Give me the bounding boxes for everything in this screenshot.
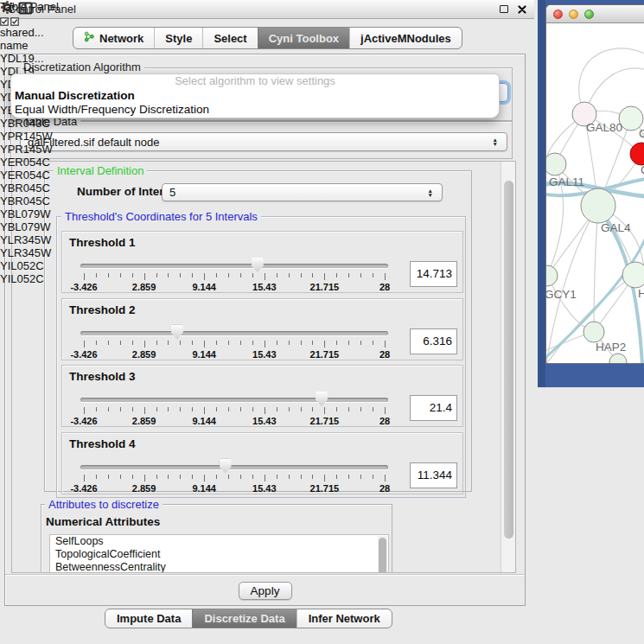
slider-tick-label: -3.426 [70, 416, 97, 426]
cell-name[interactable]: YLR345W [0, 246, 53, 259]
threshold-slider[interactable]: -3.4262.8599.14415.4321.71528 [80, 232, 388, 294]
tab-style[interactable]: Style [154, 28, 202, 48]
slider-track[interactable] [80, 398, 388, 402]
float-window-icon[interactable] [500, 5, 508, 13]
application-window: Control Panel NetworkStyleSelectCyni Too… [0, 0, 644, 644]
tab-discretize-data[interactable]: Discretize Data [192, 609, 296, 628]
tab-infer-network[interactable]: Infer Network [296, 609, 392, 628]
table-row[interactable]: YIL052CYIL052C [0, 259, 53, 285]
slider-tick [373, 475, 373, 479]
cell-shared-name[interactable]: YBL079W [0, 207, 53, 220]
cell-shared-name[interactable]: YIL052C [0, 259, 53, 272]
slider-tick [265, 341, 265, 348]
threshold-value-field[interactable]: 11.344 [410, 462, 457, 488]
tab-select[interactable]: Select [202, 28, 257, 48]
slider-thumb[interactable] [252, 258, 264, 272]
num-intervals-combobox[interactable]: 5 ▲▼ [162, 183, 443, 201]
tab-label: Impute Data [117, 612, 181, 625]
slider-track[interactable] [80, 331, 388, 335]
table-row[interactable]: YBL079WYBL079W [0, 207, 53, 233]
table-row[interactable]: YPR145WYPR145W [0, 130, 53, 156]
node-table: shared... name YDL19...YDL19YDR27...YDR2… [0, 26, 53, 285]
cell-name[interactable]: YER054C [0, 169, 53, 182]
network-node[interactable] [546, 265, 558, 286]
tab-network[interactable]: Network [73, 28, 154, 48]
numerical-attributes-list[interactable]: SelfLoopsTopologicalCoefficientBetweenne… [49, 534, 389, 572]
columns-icon[interactable] [18, 4, 33, 17]
attribute-list-item[interactable]: TopologicalCoefficient [50, 548, 388, 561]
close-traffic-light-icon[interactable] [553, 10, 563, 19]
attributes-scrollbar-thumb[interactable] [379, 538, 386, 572]
table-row[interactable]: YLR345WYLR345W [0, 233, 53, 259]
network-canvas[interactable]: GAL80G.CGAL11GAL4GCY1HHAP2 [546, 23, 644, 364]
slider-tick [385, 341, 386, 348]
network-node[interactable] [583, 322, 604, 342]
cell-name[interactable]: YBR043C [0, 117, 53, 130]
slider-tick [132, 273, 133, 277]
slider-thumb[interactable] [220, 459, 232, 474]
slider-tick-label: 21.715 [310, 483, 340, 494]
slider-tick [120, 341, 121, 345]
threshold-value-field[interactable]: 21.4 [410, 395, 457, 421]
cell-name[interactable]: YBL079W [0, 220, 53, 233]
threshold-slider[interactable]: -3.4262.8599.14415.4321.71528 [80, 299, 388, 361]
cell-name[interactable]: YBR045C [0, 194, 53, 207]
slider-tick [204, 475, 205, 481]
column-header-shared-name[interactable]: shared... [0, 26, 53, 39]
table-row[interactable]: YBR045CYBR045C [0, 182, 53, 207]
slider-track[interactable] [80, 264, 388, 268]
slider-tick [252, 273, 253, 277]
settings-scrollbar[interactable] [501, 162, 515, 572]
slider-track[interactable] [80, 465, 388, 469]
column-checkboxes-icon[interactable] [0, 17, 53, 26]
tab-impute-data[interactable]: Impute Data [105, 609, 192, 628]
slider-tick-label: 2.859 [132, 349, 156, 360]
slider-thumb[interactable] [171, 325, 183, 340]
cell-shared-name[interactable]: YLR345W [0, 233, 53, 246]
algorithm-option-manual[interactable]: Manual Discretization [11, 89, 499, 103]
close-icon[interactable] [518, 5, 526, 14]
table-panel: shared... name YDL19...YDL19YDR27...YDR2… [0, 0, 53, 285]
slider-tick [289, 273, 290, 277]
cell-name[interactable]: YPR145W [0, 143, 53, 156]
settings-scrollbar-thumb[interactable] [504, 181, 513, 539]
slider-tick [108, 273, 109, 277]
attribute-list-item[interactable]: SelfLoops [50, 535, 388, 548]
network-node[interactable] [622, 262, 644, 288]
slider-thumb[interactable] [316, 392, 328, 406]
tab-cyni-toolbox[interactable]: Cyni Toolbox [258, 28, 349, 48]
table-row[interactable]: YER054CYER054C [0, 156, 53, 182]
slider-tick [180, 407, 181, 411]
slider-tick [373, 341, 373, 345]
node-label: GAL80 [586, 121, 622, 134]
column-header-name[interactable]: name [0, 39, 53, 52]
cell-shared-name[interactable]: YDL19... [0, 52, 53, 65]
threshold-value-field[interactable]: 14.713 [410, 261, 457, 287]
slider-tick [84, 341, 85, 348]
threshold-value-field[interactable]: 6.316 [410, 328, 457, 354]
cell-name[interactable]: YIL052C [0, 272, 53, 285]
slider-tick [144, 475, 145, 481]
slider-tick [204, 407, 205, 414]
minimize-traffic-light-icon[interactable] [569, 10, 578, 19]
control-panel-titlebar: Control Panel [0, 0, 534, 19]
network-node[interactable] [546, 153, 566, 175]
attributes-scrollbar[interactable] [378, 536, 387, 572]
cell-shared-name[interactable]: YPR145W [0, 130, 53, 143]
tab-jactivemnodules[interactable]: jActiveMNodules [349, 28, 462, 48]
node-table-header: shared... name [0, 26, 53, 52]
threshold-slider[interactable]: -3.4262.8599.14415.4321.71528 [80, 366, 388, 428]
gear-icon[interactable] [0, 4, 18, 17]
cell-shared-name[interactable]: YBR045C [0, 182, 53, 194]
network-desktop-edge [538, 0, 545, 387]
attribute-list-item[interactable]: BetweennessCentrality [50, 561, 388, 572]
table-data-combobox[interactable]: galFiltered.sif default node ▲▼ [20, 132, 507, 151]
apply-button[interactable]: Apply [239, 582, 292, 600]
network-node[interactable] [581, 188, 615, 223]
cell-shared-name[interactable]: YER054C [0, 156, 53, 169]
slider-tick-label: 15.43 [252, 349, 277, 360]
zoom-traffic-light-icon[interactable] [584, 10, 594, 19]
algorithm-option-equal-width[interactable]: Equal Width/Frequency Discretization [11, 103, 499, 117]
slider-tick [228, 341, 229, 345]
threshold-slider[interactable]: -3.4262.8599.14415.4321.71528 [80, 433, 388, 495]
